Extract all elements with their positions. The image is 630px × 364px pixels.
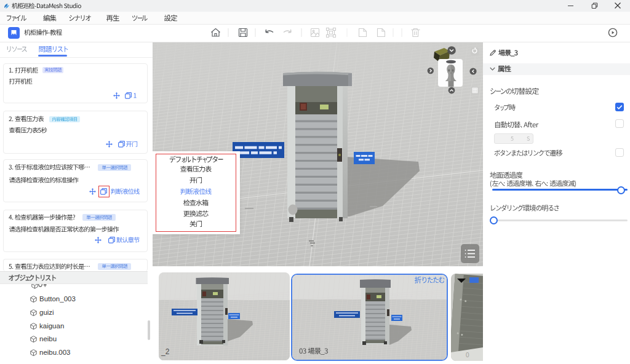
svg-text:0: 0 xyxy=(466,352,469,358)
svg-text:_2: _2 xyxy=(161,347,170,356)
